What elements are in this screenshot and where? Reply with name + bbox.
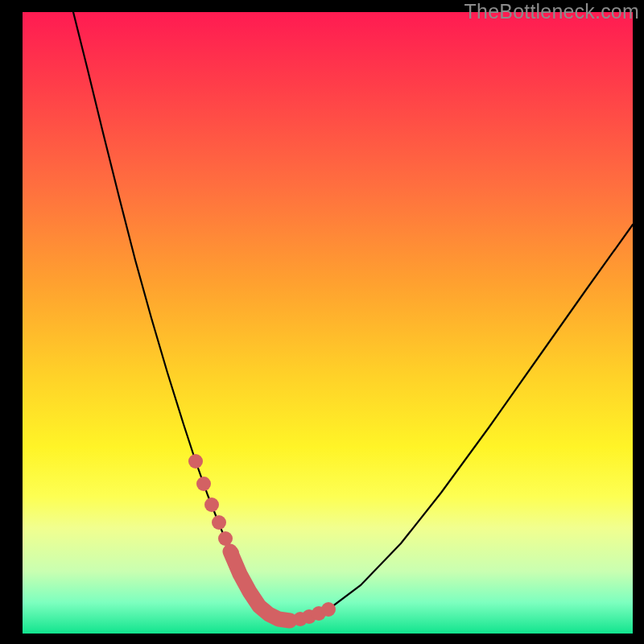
chart-frame xyxy=(23,12,633,634)
curve-group xyxy=(73,12,633,626)
highlight-dot xyxy=(196,477,211,491)
highlight-dot xyxy=(321,602,336,617)
highlight-flat xyxy=(230,551,290,621)
highlight-dot xyxy=(188,454,203,469)
highlight-dot xyxy=(218,531,233,546)
highlight-dot xyxy=(212,515,226,530)
highlight-dot xyxy=(204,497,219,512)
watermark-text: TheBottleneck.com xyxy=(464,0,639,23)
bottleneck-curve xyxy=(73,12,633,621)
bottleneck-chart xyxy=(23,12,633,634)
